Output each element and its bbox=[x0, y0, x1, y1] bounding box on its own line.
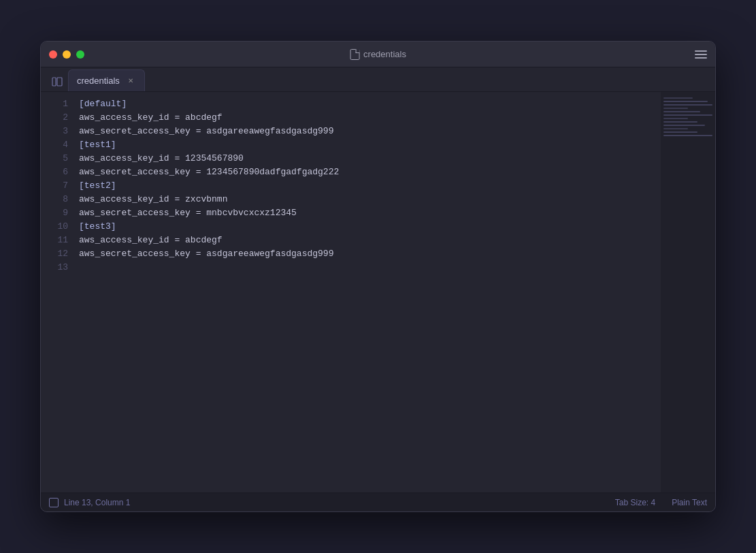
titlebar: credentials bbox=[41, 42, 715, 67]
status-right: Tab Size: 4 Plain Text bbox=[615, 498, 707, 507]
line-number: 9 bbox=[46, 206, 68, 220]
line-number: 7 bbox=[46, 179, 68, 193]
minimap-content bbox=[661, 92, 715, 142]
code-line: aws_secret_access_key = 1234567890dadfga… bbox=[79, 165, 655, 179]
code-line: aws_access_key_id = zxcvbnmn bbox=[79, 193, 655, 206]
line-number: 2 bbox=[46, 111, 68, 125]
code-line: aws_secret_access_key = asdgareeawegfasd… bbox=[79, 125, 655, 138]
hamburger-menu-button[interactable] bbox=[695, 50, 707, 59]
code-line: [test1] bbox=[79, 138, 655, 152]
status-left: Line 13, Column 1 bbox=[49, 498, 130, 507]
status-file-icon bbox=[49, 498, 59, 507]
close-button[interactable] bbox=[49, 50, 57, 59]
editor-area: 1 2 3 4 5 6 7 8 9 10 11 12 13 [default] … bbox=[41, 92, 715, 492]
file-icon bbox=[350, 49, 359, 60]
maximize-button[interactable] bbox=[76, 50, 84, 59]
svg-rect-0 bbox=[52, 78, 56, 86]
line-number: 3 bbox=[46, 125, 68, 138]
line-number: 12 bbox=[46, 247, 68, 261]
line-number: 6 bbox=[46, 165, 68, 179]
file-tab[interactable]: credentials ✕ bbox=[68, 69, 145, 91]
minimize-button[interactable] bbox=[63, 50, 71, 59]
code-line: aws_access_key_id = 12354567890 bbox=[79, 152, 655, 165]
editor-window: credentials credentials ✕ 1 2 bbox=[40, 41, 716, 512]
line-number: 5 bbox=[46, 152, 68, 165]
line-number: 4 bbox=[46, 138, 68, 152]
code-editor[interactable]: 1 2 3 4 5 6 7 8 9 10 11 12 13 [default] … bbox=[41, 92, 661, 492]
code-line: aws_access_key_id = abcdegf bbox=[79, 234, 655, 247]
language-mode[interactable]: Plain Text bbox=[672, 498, 707, 507]
line-number: 13 bbox=[46, 261, 68, 274]
code-line: [test3] bbox=[79, 220, 655, 234]
code-line: [test2] bbox=[79, 179, 655, 193]
tab-close-button[interactable]: ✕ bbox=[125, 76, 136, 86]
code-line: aws_access_key_id = abcdegf bbox=[79, 111, 655, 125]
svg-rect-1 bbox=[57, 78, 62, 86]
window-title: credentials bbox=[363, 49, 406, 59]
traffic-lights bbox=[49, 50, 84, 59]
line-number: 11 bbox=[46, 234, 68, 247]
window-title-area: credentials bbox=[350, 49, 406, 60]
sidebar-toggle-button[interactable] bbox=[46, 72, 68, 91]
tabbar: credentials ✕ bbox=[41, 67, 715, 92]
tab-label: credentials bbox=[77, 76, 120, 86]
code-content[interactable]: [default] aws_access_key_id = abcdegf aw… bbox=[73, 97, 661, 487]
tab-size[interactable]: Tab Size: 4 bbox=[615, 498, 655, 507]
cursor-position[interactable]: Line 13, Column 1 bbox=[64, 498, 130, 507]
code-line: [default] bbox=[79, 97, 655, 111]
code-line bbox=[79, 261, 655, 274]
line-numbers: 1 2 3 4 5 6 7 8 9 10 11 12 13 bbox=[41, 97, 73, 487]
line-number: 1 bbox=[46, 97, 68, 111]
code-line: aws_secret_access_key = asdgareeawegfasd… bbox=[79, 247, 655, 261]
minimap[interactable] bbox=[661, 92, 715, 492]
line-number: 8 bbox=[46, 193, 68, 206]
statusbar: Line 13, Column 1 Tab Size: 4 Plain Text bbox=[41, 492, 715, 511]
line-number: 10 bbox=[46, 220, 68, 234]
code-line: aws_secret_access_key = mnbcvbvcxcxz1234… bbox=[79, 206, 655, 220]
